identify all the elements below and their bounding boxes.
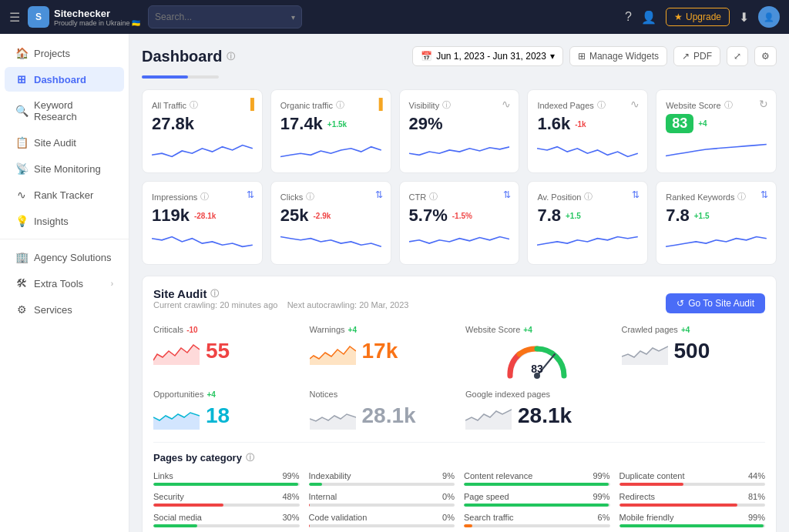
- category-internal: Internal 0%: [309, 492, 455, 507]
- search-input[interactable]: [155, 12, 288, 22]
- sparkline-indexed-pages: [537, 139, 638, 163]
- hamburger-menu[interactable]: ☰: [9, 10, 20, 25]
- sidebar-item-keyword-research[interactable]: 🔍 Keyword Research: [5, 93, 124, 129]
- info-icon[interactable]: ⓘ: [200, 191, 209, 202]
- bulb-icon: 💡: [15, 215, 28, 227]
- share-button[interactable]: ⤢: [727, 46, 748, 66]
- settings-button[interactable]: ⚙: [754, 46, 777, 66]
- download-icon[interactable]: ⬇: [739, 10, 749, 25]
- sparkline-av-position: [537, 230, 638, 255]
- sidebar-item-agency-solutions[interactable]: 🏢 Agency Solutions: [5, 245, 124, 269]
- tools-icon: 🛠: [15, 277, 28, 289]
- sidebar: 🏠 Projects ⊞ Dashboard 🔍 Keyword Researc…: [0, 34, 129, 532]
- chevron-down-icon: ▾: [550, 51, 555, 62]
- upgrade-button[interactable]: ★ Upgrade: [666, 8, 730, 26]
- help-icon[interactable]: ?: [625, 10, 632, 24]
- svg-marker-1: [310, 346, 356, 365]
- pdf-button[interactable]: ↗ PDF: [673, 46, 720, 66]
- svg-text:83: 83: [531, 363, 543, 375]
- trend-icon: ▐: [247, 98, 254, 110]
- category-bar: [619, 524, 764, 527]
- sparkline-website-score: [666, 138, 767, 162]
- info-icon[interactable]: ⓘ: [724, 99, 733, 111]
- pages-category-title: Pages by category ⓘ: [153, 452, 765, 463]
- agency-icon: 🏢: [15, 251, 28, 263]
- site-audit-section: Site Audit ⓘ Current crawling: 20 minute…: [142, 276, 777, 532]
- sort-icon: ⇅: [760, 189, 768, 200]
- widget-visibility: ∿ Visibility ⓘ 29%: [399, 89, 520, 173]
- sparkline-organic-traffic: [280, 139, 381, 163]
- category-links: Links 99%: [153, 471, 300, 486]
- add-user-icon[interactable]: 👤: [641, 10, 656, 25]
- metric-website-score: Website Score +4: [465, 325, 609, 380]
- info-icon[interactable]: ⓘ: [442, 99, 451, 111]
- category-duplicate-content: Duplicate content 44%: [619, 471, 766, 486]
- change-badge: -1k: [575, 120, 586, 129]
- page-title: Dashboard ⓘ: [142, 48, 235, 65]
- info-icon[interactable]: ⓘ: [336, 99, 344, 111]
- sort-icon: ⇅: [632, 189, 640, 200]
- date-range-button[interactable]: 📅 Jun 1, 2023 - Jun 31, 2023 ▾: [412, 46, 563, 66]
- widget-indexed-pages: ∿ Indexed Pages ⓘ 1.6k -1k: [527, 89, 648, 173]
- sparkline-clicks: [280, 230, 381, 255]
- info-icon[interactable]: ⓘ: [597, 99, 606, 111]
- widget-av-position: ⇅ Av. Position ⓘ 7.8 +1.5: [527, 181, 648, 265]
- sidebar-item-site-audit[interactable]: 📋 Site Audit: [5, 130, 124, 155]
- dashboard-header: Dashboard ⓘ 📅 Jun 1, 2023 - Jun 31, 2023…: [142, 46, 777, 66]
- warnings-chart: [310, 337, 356, 365]
- info-icon[interactable]: ⓘ: [429, 191, 438, 202]
- sparkline-all-traffic: [152, 139, 253, 163]
- category-indexability: Indexability 9%: [309, 471, 455, 486]
- info-icon[interactable]: ⓘ: [246, 452, 254, 463]
- category-social-media: Social media 30%: [153, 513, 300, 527]
- info-icon[interactable]: ⓘ: [737, 191, 746, 202]
- audit-metrics-row2: Opportunities +4 18 Notices: [153, 380, 765, 430]
- progress-bar-fill: [142, 75, 188, 79]
- clipboard-icon: 📋: [15, 136, 28, 149]
- widget-ranked-keywords: ⇅ Ranked Keywords ⓘ 7.8 +1.5: [656, 181, 777, 265]
- sidebar-item-site-monitoring[interactable]: 📡 Site Monitoring: [5, 156, 124, 181]
- change-badge: +1.5: [694, 212, 710, 220]
- top-navbar: ☰ S Sitechecker Proudly made in Ukraine …: [0, 0, 789, 34]
- sidebar-item-projects[interactable]: 🏠 Projects: [5, 41, 124, 65]
- info-icon[interactable]: ⓘ: [210, 288, 219, 299]
- progress-bar: [142, 75, 219, 79]
- chart-icon: ∿: [15, 189, 28, 201]
- metric-crawled-pages: Crawled pages +4 500: [622, 325, 766, 380]
- info-icon[interactable]: ⓘ: [584, 191, 593, 202]
- sidebar-item-rank-tracker[interactable]: ∿ Rank Tracker: [5, 182, 124, 207]
- info-icon[interactable]: ⓘ: [306, 191, 314, 202]
- sidebar-item-insights[interactable]: 💡 Insights: [5, 209, 124, 233]
- metric-notices: Notices 28.1k: [310, 390, 454, 430]
- sort-icon: ⇅: [503, 189, 511, 200]
- category-bar: [153, 524, 197, 527]
- sidebar-item-dashboard[interactable]: ⊞ Dashboard: [5, 67, 124, 92]
- header-actions: 📅 Jun 1, 2023 - Jun 31, 2023 ▾ ⊞ Manage …: [412, 46, 777, 66]
- search-icon: 🔍: [15, 105, 28, 117]
- sidebar-item-extra-tools[interactable]: 🛠 Extra Tools ›: [5, 271, 124, 296]
- category-bar: [153, 504, 223, 507]
- logo: S Sitechecker Proudly made in Ukraine 🇺🇦: [28, 6, 140, 28]
- change-badge: +4: [523, 326, 532, 334]
- info-icon[interactable]: ⓘ: [227, 51, 235, 62]
- widget-organic-traffic: ▐ Organic traffic ⓘ 17.4k +1.5k: [270, 89, 391, 173]
- domain-search-bar[interactable]: ▾: [148, 5, 302, 28]
- category-col-0: Links 99% Security 48%: [153, 471, 300, 527]
- category-redirects: Redirects 81%: [619, 492, 766, 507]
- pdf-icon: ↗: [682, 51, 690, 62]
- go-to-site-audit-button[interactable]: ↺ Go To Site Audit: [666, 293, 765, 313]
- category-search-traffic: Search traffic 6%: [464, 513, 610, 527]
- audit-metrics-row1: Criticals -10 55 Warnings: [153, 322, 765, 380]
- manage-widgets-button[interactable]: ⊞ Manage Widgets: [569, 46, 667, 66]
- sidebar-item-services[interactable]: ⚙ Services: [5, 297, 124, 322]
- widget-clicks: ⇅ Clicks ⓘ 25k -2.9k: [270, 181, 391, 265]
- logo-icon: S: [28, 6, 49, 28]
- chevron-down-icon: ▾: [291, 13, 295, 22]
- criticals-chart: [153, 337, 200, 365]
- info-icon[interactable]: ⓘ: [190, 99, 198, 111]
- pages-by-category: Pages by category ⓘ Links 99%: [153, 442, 765, 527]
- sparkline-ranked-keywords: [666, 230, 767, 255]
- score-badge: 83: [666, 114, 693, 133]
- change-badge: +4: [698, 119, 707, 128]
- avatar[interactable]: 👤: [758, 6, 780, 28]
